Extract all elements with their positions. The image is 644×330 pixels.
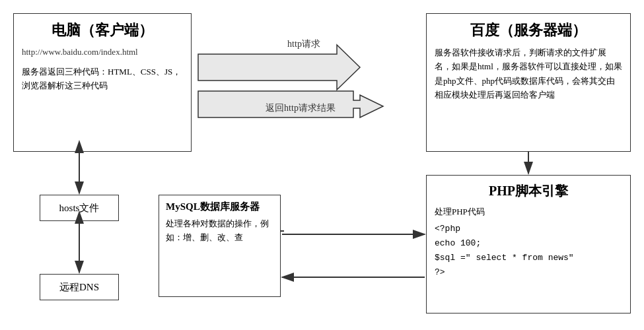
client-desc: 服务器返回三种代码：HTML、CSS、JS，浏览器解析这三种代码: [22, 65, 183, 93]
client-url: http://www.baidu.com/index.html: [22, 47, 183, 57]
client-title: 电脑（客户端）: [22, 20, 183, 40]
http-request-arrow: [198, 45, 360, 90]
dns-label: 远程DNS: [59, 281, 99, 294]
php-code-line2: echo 100;: [435, 236, 622, 251]
mysql-box: MySQL数据库服务器 处理各种对数据的操作，例如：增、删、改、查: [159, 195, 281, 297]
client-box: 电脑（客户端） http://www.baidu.com/index.html …: [13, 13, 192, 152]
svg-marker-4: [198, 45, 360, 90]
server-desc: 服务器软件接收请求后，判断请求的文件扩展名，如果是html，服务器软件可以直接处…: [435, 46, 622, 102]
php-title: PHP脚本引擎: [435, 182, 622, 200]
http-request-label: http请求: [251, 38, 357, 50]
hosts-label: hosts文件: [59, 202, 100, 214]
mysql-title: MySQL数据库服务器: [166, 201, 273, 213]
php-desc: 处理PHP代码: [435, 205, 622, 219]
mysql-desc: 处理各种对数据的操作，例如：增、删、改、查: [166, 217, 273, 245]
diagram: 电脑（客户端） http://www.baidu.com/index.html …: [0, 0, 644, 330]
php-box: PHP脚本引擎 处理PHP代码 <?php echo 100; $sql =" …: [426, 175, 631, 314]
server-box: 百度（服务器端） 服务器软件接收请求后，判断请求的文件扩展名，如果是html，服…: [426, 13, 631, 152]
php-code-line3: $sql =" select * from news": [435, 251, 622, 265]
php-code: <?php echo 100; $sql =" select * from ne…: [435, 222, 622, 280]
php-code-line4: ?>: [435, 265, 622, 280]
server-title: 百度（服务器端）: [435, 20, 622, 40]
php-code-line1: <?php: [435, 222, 622, 236]
dns-box: 远程DNS: [40, 274, 119, 300]
http-response-label: 返回http请求结果: [234, 102, 367, 114]
hosts-box: hosts文件: [40, 195, 119, 221]
